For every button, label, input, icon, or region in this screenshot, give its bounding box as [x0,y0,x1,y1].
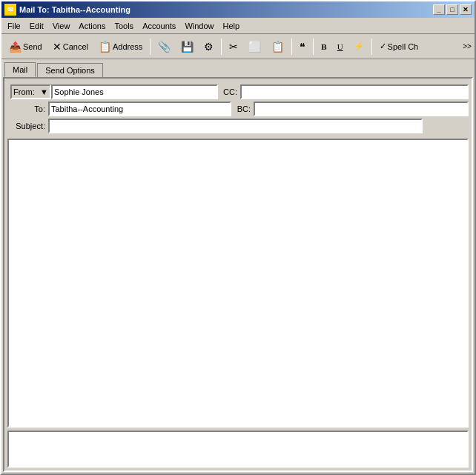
separator-4 [313,39,314,55]
cc-input[interactable] [240,84,469,99]
close-button[interactable]: ✕ [460,4,472,15]
signature-area[interactable] [7,431,469,468]
to-input[interactable] [48,102,231,116]
title-bar: ✉ Mail To: Tabitha--Accounting _ □ ✕ [1,1,475,18]
attach-button[interactable]: 📎 [153,37,175,56]
send-button[interactable]: 📤 Send [4,37,47,56]
from-dropdown[interactable]: From: ▼ [10,84,51,99]
menu-file[interactable]: File [3,20,25,32]
send-icon: 📤 [9,41,22,53]
maximize-button[interactable]: □ [446,4,458,15]
cut-icon: ✂ [229,41,238,53]
paste-button[interactable]: 📋 [267,37,288,56]
menu-help[interactable]: Help [219,20,245,32]
cut-button[interactable]: ✂ [225,37,242,56]
paste-icon: 📋 [271,41,284,53]
tab-send-options[interactable]: Send Options [37,63,103,77]
title-bar-left: ✉ Mail To: Tabitha--Accounting [4,4,130,16]
spellcheck-label: Spell Ch [388,42,419,51]
cancel-icon: ✕ [53,41,62,53]
tab-bar: Mail Send Options [1,59,475,77]
address-label: Address [113,42,142,51]
address-icon: 📋 [99,41,111,53]
address-button[interactable]: 📋 Address [94,37,147,56]
menu-edit[interactable]: Edit [25,20,48,32]
from-dropdown-arrow: ▼ [40,87,48,96]
title-bar-buttons: _ □ ✕ [433,4,472,15]
cancel-label: Cancel [63,42,88,51]
minimize-button[interactable]: _ [433,4,445,15]
italic-button[interactable]: ⚡ [349,37,368,56]
underline-icon: U [337,42,343,51]
separator-1 [150,39,151,55]
tab-mail[interactable]: Mail [4,62,36,77]
toolbar-more-button[interactable]: >> [463,37,472,56]
from-row: From: ▼ CC: [7,84,469,99]
to-label: To: [7,104,48,113]
menu-window[interactable]: Window [180,20,218,32]
attach-icon: 📎 [158,41,171,53]
spellcheck-icon: ✓ [380,41,386,51]
message-body[interactable] [7,139,469,428]
menu-accounts[interactable]: Accounts [138,20,180,32]
bc-label-text: BC: [231,104,254,113]
window-title: Mail To: Tabitha--Accounting [19,5,130,14]
menu-actions[interactable]: Actions [74,20,110,32]
options-icon: ⚙ [204,41,214,53]
separator-2 [221,39,222,55]
italic-icon: ⚡ [354,41,364,51]
save-button[interactable]: 💾 [176,37,198,56]
to-row: To: BC: [7,102,469,116]
bold-button[interactable]: B [317,37,331,56]
bold-icon: B [321,42,326,51]
from-input[interactable] [51,84,218,99]
save-icon: 💾 [181,41,194,53]
copy-button[interactable]: ⬜ [244,37,265,56]
quote-icon: ❝ [300,41,305,53]
subject-input[interactable] [48,119,423,133]
menu-bar: File Edit View Actions Tools Accounts Wi… [1,18,475,34]
subject-row: Subject: [7,119,469,133]
separator-3 [291,39,292,55]
toolbar-end: >> [463,37,472,56]
underline-button[interactable]: U [333,37,348,56]
send-label: Send [23,42,42,51]
options-button[interactable]: ⚙ [199,37,218,56]
cancel-button[interactable]: ✕ Cancel [48,37,93,56]
toolbar: 📤 Send ✕ Cancel 📋 Address 📎 💾 ⚙ ✂ ⬜ 📋 [1,34,475,59]
content-area: From: ▼ CC: To: BC: Subject: [3,77,473,472]
menu-view[interactable]: View [48,20,75,32]
quote-button[interactable]: ❝ [295,37,310,56]
bc-input[interactable] [254,102,469,116]
fields-area: From: ▼ CC: To: BC: Subject: [7,82,469,139]
copy-icon: ⬜ [248,41,261,53]
subject-label: Subject: [7,122,48,130]
spellcheck-button[interactable]: ✓ Spell Ch [375,37,423,56]
separator-5 [371,39,372,55]
window-icon: ✉ [4,4,16,16]
menu-tools[interactable]: Tools [110,20,138,32]
from-label: From: [13,87,35,96]
main-window: ✉ Mail To: Tabitha--Accounting _ □ ✕ Fil… [0,0,476,475]
cc-label-text: CC: [218,87,240,96]
